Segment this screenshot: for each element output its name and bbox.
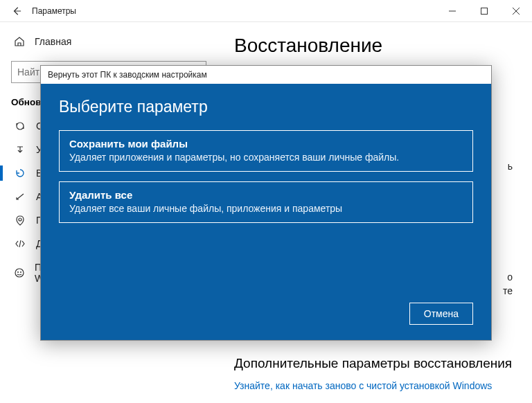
recovery-icon bbox=[14, 168, 26, 179]
svg-point-3 bbox=[20, 271, 21, 273]
option-remove-all[interactable]: Удалить все Удаляет все ваши личные файл… bbox=[59, 181, 473, 223]
svg-rect-0 bbox=[481, 8, 488, 14]
minimize-icon bbox=[449, 8, 456, 15]
maximize-icon bbox=[481, 8, 488, 15]
sync-icon bbox=[14, 120, 26, 132]
subheading: Дополнительные параметры восстановления bbox=[234, 356, 513, 371]
delivery-icon bbox=[14, 144, 26, 155]
minimize-button[interactable] bbox=[436, 0, 468, 22]
developer-icon bbox=[14, 238, 26, 249]
titlebar: Параметры bbox=[0, 0, 532, 22]
home-icon bbox=[14, 36, 25, 47]
close-button[interactable] bbox=[500, 0, 532, 22]
option-desc: Удаляет приложения и параметры, но сохра… bbox=[69, 152, 463, 163]
dialog-title: Вернуть этот ПК к заводским настройкам bbox=[41, 66, 491, 84]
dialog-heading: Выберите параметр bbox=[59, 98, 473, 116]
dialog-footer: Отмена bbox=[409, 303, 473, 325]
svg-point-1 bbox=[15, 269, 24, 277]
cancel-button[interactable]: Отмена bbox=[409, 303, 473, 325]
maximize-button[interactable] bbox=[468, 0, 500, 22]
dialog-body: Выберите параметр Сохранить мои файлы Уд… bbox=[41, 84, 491, 340]
more-info-link[interactable]: Узнайте, как начать заново с чистой уста… bbox=[234, 380, 492, 391]
find-device-icon bbox=[14, 215, 26, 226]
arrow-left-icon bbox=[12, 6, 21, 16]
svg-point-2 bbox=[17, 271, 19, 273]
reset-pc-dialog: Вернуть этот ПК к заводским настройкам В… bbox=[40, 65, 492, 341]
option-title: Сохранить мои файлы bbox=[69, 138, 463, 150]
option-keep-files[interactable]: Сохранить мои файлы Удаляет приложения и… bbox=[59, 130, 473, 172]
insider-icon bbox=[14, 267, 25, 278]
close-icon bbox=[513, 8, 520, 15]
home-label: Главная bbox=[35, 36, 71, 47]
home-nav[interactable]: Главная bbox=[11, 32, 206, 51]
back-button[interactable] bbox=[6, 6, 28, 16]
activation-icon bbox=[14, 191, 26, 202]
window-controls bbox=[436, 0, 532, 22]
option-title: Удалить все bbox=[69, 189, 463, 201]
option-desc: Удаляет все ваши личные файлы, приложени… bbox=[69, 203, 463, 214]
window-title: Параметры bbox=[32, 6, 436, 16]
page-title: Восстановление bbox=[234, 35, 513, 57]
